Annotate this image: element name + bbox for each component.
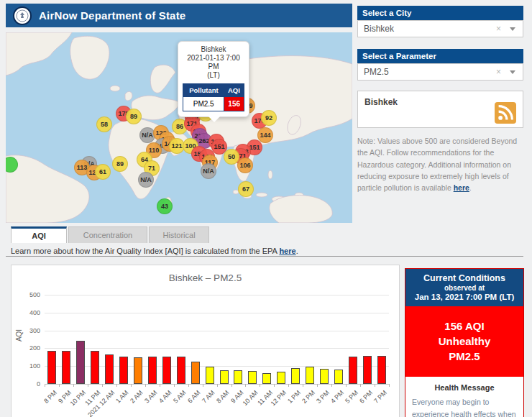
parameter-select-header: Select a Parameter [357, 49, 523, 63]
observed-datetime: Jan 13, 2021 7:00 PM (LT) [408, 293, 520, 301]
y-tick-label: 100 [19, 362, 40, 370]
city-clear-icon[interactable]: × [496, 24, 501, 34]
chart-bar[interactable] [47, 351, 56, 384]
x-tick-label: 5 PM [344, 389, 359, 405]
chart-bar[interactable] [291, 368, 300, 384]
x-tick-mark [45, 384, 45, 387]
note-link[interactable]: here [454, 183, 469, 192]
chart-bar[interactable] [119, 357, 128, 384]
chart-bar[interactable] [277, 372, 285, 384]
chart-title: Bishkek – PM2.5 [12, 272, 399, 283]
x-tick-mark [274, 384, 275, 387]
chart-bar[interactable] [91, 351, 99, 384]
rss-icon[interactable] [495, 102, 516, 124]
y-tick-label: 500 [19, 291, 40, 298]
x-tick-mark [346, 384, 347, 387]
aqi-status-block: 156 AQI Unhealthy PM2.5 [405, 306, 523, 377]
page-title: AirNow Department of State [39, 9, 185, 22]
tab-historical[interactable]: Historical [149, 226, 209, 243]
map-marker[interactable]: N/A [138, 172, 154, 188]
chart-bar[interactable] [334, 370, 343, 384]
chart-bar[interactable] [134, 357, 142, 384]
x-tick-label: 2 PM [301, 389, 316, 405]
x-tick-mark [145, 384, 146, 387]
y-tick-label: 0 [19, 380, 40, 388]
x-tick-label: 8 PM [42, 389, 58, 405]
current-conditions-title: Current Conditions [408, 273, 520, 283]
aqi-category: Unhealthy [408, 334, 520, 349]
epa-link[interactable]: here [279, 247, 295, 255]
tooltip-col-aqi: AQI [224, 84, 244, 97]
x-tick-mark [303, 384, 303, 387]
note-after: . [469, 183, 472, 192]
map-tooltip: Bishkek 2021-01-13 7:00 PM (LT) Pollutan… [178, 41, 249, 117]
chart-bar[interactable] [162, 357, 171, 384]
chart-bar[interactable] [234, 370, 242, 384]
x-tick-label: 10 PM [69, 389, 87, 407]
chart-bar[interactable] [177, 357, 185, 384]
chart-bar[interactable] [363, 356, 372, 384]
gridline [45, 295, 389, 295]
tab-aqi[interactable]: AQI [11, 226, 67, 243]
tooltip-pointer [208, 116, 220, 122]
chart-bar[interactable] [306, 367, 314, 384]
tab-concentration[interactable]: Concentration [68, 226, 147, 243]
x-tick-label: 4 AM [157, 389, 173, 405]
learn-more-after: . [296, 247, 298, 255]
world-aqi-map[interactable]: 5817889N/A1131206189N/A123149N/A14112111… [6, 32, 352, 223]
learn-more-before: Learn more about how the Air Quality Ind… [11, 247, 279, 255]
chart-bar[interactable] [76, 341, 85, 384]
tooltip-aqi-value: 156 [224, 97, 244, 111]
map-marker[interactable]: 106 [237, 157, 253, 173]
chart-bar[interactable] [220, 370, 229, 384]
chart-bar[interactable] [148, 357, 157, 384]
chart-bar[interactable] [105, 354, 114, 384]
x-tick-mark [88, 384, 88, 387]
gridline [45, 348, 389, 349]
note-before: Note: Values above 500 are considered Be… [357, 137, 517, 192]
x-tick-mark [203, 384, 203, 387]
map-marker[interactable]: 61 [95, 164, 111, 180]
chart-bar[interactable] [206, 367, 214, 384]
x-tick-label: 6 AM [186, 389, 202, 405]
chart-bar[interactable] [377, 356, 386, 384]
x-tick-label: 10 AM [241, 389, 259, 407]
tooltip-table: Pollutant AQI PM2.5 156 [183, 83, 244, 111]
map-marker[interactable]: 58 [96, 116, 112, 132]
aqi-value-line: 156 AQI [408, 319, 520, 334]
city-select[interactable]: Bishkek × [357, 20, 523, 37]
parameter-dropdown-arrow-icon[interactable] [510, 70, 515, 74]
chart-bar[interactable] [248, 371, 257, 384]
tooltip-timezone: (LT) [181, 71, 246, 80]
x-tick-label: 1 AM [114, 389, 130, 405]
map-marker[interactable]: 43 [157, 198, 173, 214]
x-tick-label: 2 AM [129, 389, 145, 405]
chart-bar[interactable] [262, 373, 271, 384]
chart-bar[interactable] [191, 362, 200, 384]
aqi-chart-panel: Bishkek – PM2.5 AQI 01002003004005008 PM… [11, 265, 400, 417]
parameter-select[interactable]: PM2.5 × [357, 63, 523, 81]
map-marker[interactable]: N/A [201, 163, 216, 179]
y-tick-label: 200 [19, 344, 40, 352]
chart-bar[interactable] [62, 351, 70, 384]
current-conditions-panel: Current Conditions observed at Jan 13, 2… [405, 268, 524, 417]
city-select-value: Bishkek [364, 24, 394, 34]
x-tick-mark [375, 384, 375, 387]
tooltip-city: Bishkek [181, 45, 246, 54]
map-marker[interactable]: 92 [261, 110, 277, 126]
map-marker[interactable]: 89 [126, 109, 142, 124]
chart-bar[interactable] [349, 357, 357, 384]
health-message-title: Health Message [405, 383, 523, 392]
map-marker[interactable]: 67 [238, 181, 254, 197]
map-marker[interactable]: 144 [257, 127, 273, 143]
health-message-text: Everyone may begin to experience health … [405, 396, 523, 417]
city-select-header: Select a City [357, 6, 523, 20]
x-tick-mark [102, 384, 103, 387]
city-dropdown-arrow-icon[interactable] [510, 27, 515, 31]
app-header: AirNow Department of State [6, 4, 352, 27]
x-tick-mark [260, 384, 260, 387]
map-marker[interactable]: 89 [112, 156, 128, 172]
chart-bar[interactable] [320, 369, 329, 384]
learn-more-text: Learn more about how the Air Quality Ind… [11, 247, 298, 255]
parameter-clear-icon[interactable]: × [496, 67, 501, 77]
